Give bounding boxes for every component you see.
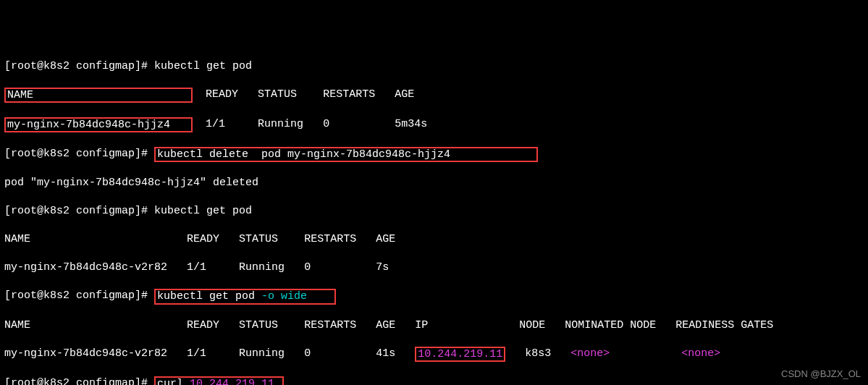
row-age: 7s bbox=[376, 261, 389, 274]
hdr-status: STATUS bbox=[258, 88, 297, 101]
hl-box: NAME bbox=[4, 88, 193, 103]
h-rdy: READINESS GATES bbox=[675, 319, 773, 331]
command-text: kubectl delete pod my-nginx-7b84dc948c-h… bbox=[157, 148, 450, 161]
command-text: kubectl get pod bbox=[154, 60, 252, 72]
h-ready: READY bbox=[187, 319, 219, 331]
watermark: CSDN @BJZX_OL bbox=[781, 368, 861, 381]
hdr-name: NAME bbox=[4, 233, 30, 245]
row-name: my-nginx-7b84dc948c-hjjz4 bbox=[7, 119, 170, 131]
prompt-text: [root@k8s2 configmap]# bbox=[4, 377, 154, 385]
h-name: NAME bbox=[4, 319, 30, 331]
prompt-text: [root@k8s2 configmap]# bbox=[4, 289, 154, 302]
r-name: my-nginx-7b84dc948c-v2r82 bbox=[4, 347, 167, 360]
command-text: curl bbox=[157, 378, 190, 385]
command-flag: -o wide bbox=[261, 290, 307, 302]
h-restarts: RESTARTS bbox=[304, 319, 356, 331]
r-ip: 10.244.219.11 bbox=[418, 348, 502, 360]
hdr-name: NAME bbox=[7, 89, 33, 101]
prompt-text: [root@k8s2 configmap]# bbox=[4, 148, 154, 160]
prompt-line: [root@k8s2 configmap]# curl 10.244.219.1… bbox=[4, 376, 864, 385]
hdr-status: STATUS bbox=[239, 233, 278, 245]
hl-box: my-nginx-7b84dc948c-hjjz4 bbox=[4, 117, 193, 132]
hl-box: curl 10.244.219.11 bbox=[154, 376, 284, 385]
hdr-age: AGE bbox=[376, 233, 395, 245]
command-text: kubectl get pod bbox=[154, 205, 252, 217]
r-rdy: <none> bbox=[681, 347, 720, 360]
output-line: pod "my-nginx-7b84dc948c-hjjz4" deleted bbox=[4, 176, 864, 190]
hdr-ready: READY bbox=[187, 233, 219, 245]
hdr-age: AGE bbox=[395, 88, 414, 101]
row-line: my-nginx-7b84dc948c-hjjz4 1/1 Running 0 … bbox=[4, 117, 864, 132]
command-text: kubectl get pod bbox=[157, 290, 261, 302]
r-ready: 1/1 bbox=[187, 347, 206, 360]
h-node: NODE bbox=[519, 319, 545, 331]
prompt-line: [root@k8s2 configmap]# kubectl get pod bbox=[4, 59, 864, 74]
row-status: Running bbox=[258, 118, 303, 130]
row-age: 5m34s bbox=[395, 118, 427, 130]
ip-arg: 10.244.219.11 bbox=[190, 378, 274, 385]
r-status: Running bbox=[239, 347, 285, 360]
prompt-text: [root@k8s2 configmap]# bbox=[4, 60, 154, 72]
prompt-line: [root@k8s2 configmap]# kubectl get pod -… bbox=[4, 289, 864, 304]
r-node: k8s3 bbox=[525, 347, 551, 360]
row-restarts: 0 bbox=[323, 118, 329, 130]
row-ready: 1/1 bbox=[187, 261, 206, 274]
hl-box: 10.244.219.11 bbox=[415, 347, 505, 362]
row-status: Running bbox=[239, 261, 285, 274]
prompt-text: [root@k8s2 configmap]# bbox=[4, 205, 154, 217]
prompt-line: [root@k8s2 configmap]# kubectl get pod bbox=[4, 204, 864, 219]
h-status: STATUS bbox=[239, 319, 278, 331]
r-restarts: 0 bbox=[304, 347, 311, 360]
hl-box: kubectl get pod -o wide bbox=[154, 289, 336, 304]
row-line: my-nginx-7b84dc948c-v2r82 1/1 Running 0 … bbox=[4, 347, 864, 362]
row-ready: 1/1 bbox=[206, 118, 225, 130]
hdr-restarts: RESTARTS bbox=[304, 233, 356, 245]
header-line: NAME READY STATUS RESTARTS AGE IP NODE N… bbox=[4, 318, 864, 333]
hdr-ready: READY bbox=[206, 88, 238, 101]
r-nom: <none> bbox=[570, 347, 610, 360]
h-age: AGE bbox=[376, 319, 395, 331]
row-restarts: 0 bbox=[304, 261, 311, 274]
output-text: pod "my-nginx-7b84dc948c-hjjz4" deleted bbox=[4, 177, 258, 189]
header-line: NAME READY STATUS RESTARTS AGE bbox=[4, 232, 864, 247]
header-line: NAME READY STATUS RESTARTS AGE bbox=[4, 88, 864, 103]
hl-box: kubectl delete pod my-nginx-7b84dc948c-h… bbox=[154, 147, 538, 162]
h-nom: NOMINATED NODE bbox=[565, 319, 656, 331]
hdr-restarts: RESTARTS bbox=[323, 88, 375, 101]
prompt-line: [root@k8s2 configmap]# kubectl delete po… bbox=[4, 147, 864, 162]
row-line: my-nginx-7b84dc948c-v2r82 1/1 Running 0 … bbox=[4, 261, 864, 275]
r-age: 41s bbox=[376, 347, 395, 360]
h-ip: IP bbox=[415, 319, 428, 331]
row-name: my-nginx-7b84dc948c-v2r82 bbox=[4, 261, 167, 274]
